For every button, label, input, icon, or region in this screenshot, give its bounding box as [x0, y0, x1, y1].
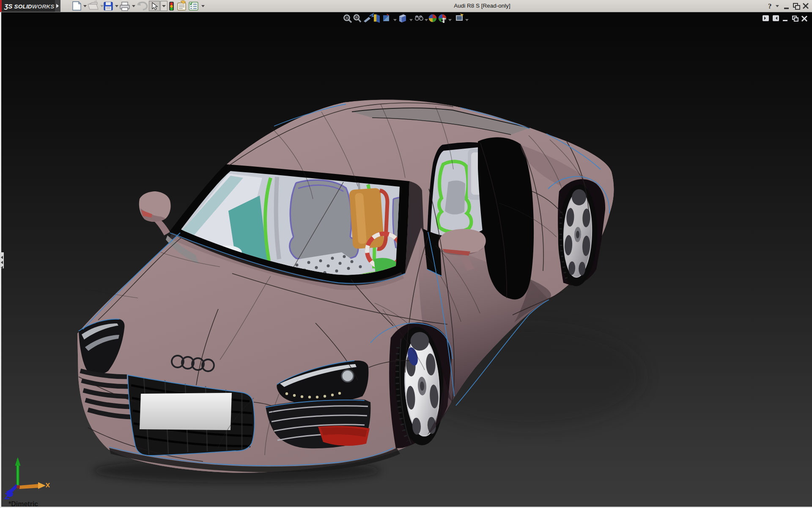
svg-text:?: ? [768, 2, 772, 10]
svg-text:*Dimetric: *Dimetric [8, 500, 38, 508]
